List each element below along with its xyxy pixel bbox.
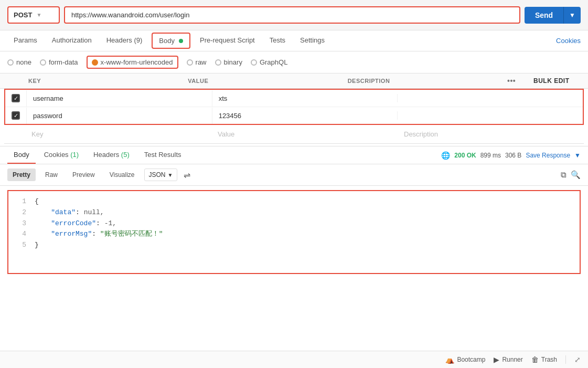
bootcamp-button[interactable]: ⛺ Bootcamp: [445, 355, 485, 364]
bootcamp-label: Bootcamp: [457, 356, 485, 363]
tab-settings[interactable]: Settings: [294, 31, 331, 50]
col-value: VALUE: [188, 78, 347, 84]
row2-key[interactable]: password: [26, 108, 212, 124]
response-tabs: Body Cookies (1) Headers (5) Test Result…: [0, 146, 588, 164]
status-ok: 200 OK: [454, 152, 476, 159]
tab-params[interactable]: Params: [7, 31, 44, 50]
row1-desc[interactable]: [397, 94, 583, 102]
none-radio[interactable]: [7, 59, 14, 66]
empty-row: Key Value Description: [4, 125, 584, 144]
url-input[interactable]: [64, 6, 520, 24]
code-line-4: 4 "errorMsg": "账号密码不匹配！": [16, 229, 572, 240]
formdata-radio[interactable]: [40, 59, 46, 66]
row2-checkbox[interactable]: [12, 111, 20, 120]
response-time: 899 ms: [480, 152, 501, 159]
row1-checkbox-cell: [5, 90, 26, 107]
table-header: KEY VALUE DESCRIPTION ••• Bulk Edit: [0, 73, 588, 89]
footer: ⛺ Bootcamp ▶ Runner 🗑 Trash ⤢: [0, 351, 588, 368]
row1-value[interactable]: xts: [212, 90, 398, 107]
footer-divider: [565, 355, 566, 364]
code-line-5: 5 }: [16, 240, 572, 251]
body-type-row: none form-data x-www-form-urlencoded raw…: [0, 51, 588, 73]
runner-label: Runner: [502, 356, 522, 363]
cookies-link[interactable]: Cookies: [556, 37, 581, 45]
language-select[interactable]: JSON ▼: [144, 169, 178, 181]
format-pretty[interactable]: Pretty: [7, 169, 36, 181]
send-button[interactable]: Send: [525, 7, 563, 24]
option-form-data[interactable]: form-data: [40, 58, 78, 66]
send-dropdown-button[interactable]: ▼: [563, 7, 581, 24]
save-response-button[interactable]: Save Response: [526, 152, 570, 159]
resp-tab-headers[interactable]: Headers (5): [87, 146, 136, 164]
urlencoded-radio[interactable]: [92, 59, 98, 66]
option-none[interactable]: none: [7, 58, 31, 66]
tab-tests[interactable]: Tests: [263, 31, 292, 50]
raw-radio[interactable]: [187, 59, 193, 66]
runner-icon: ▶: [494, 355, 499, 364]
format-preview[interactable]: Preview: [67, 169, 100, 181]
format-visualize[interactable]: Visualize: [104, 169, 140, 181]
row1-key[interactable]: username: [26, 90, 212, 107]
wrap-icon[interactable]: ⇌: [184, 170, 190, 180]
expand-icon[interactable]: ⤢: [574, 355, 581, 364]
code-line-1: 1 {: [16, 196, 572, 207]
empty-desc[interactable]: Description: [398, 127, 584, 141]
save-response-dropdown[interactable]: ▼: [574, 152, 581, 159]
lang-chevron-icon: ▼: [168, 172, 173, 178]
option-graphql[interactable]: GraphQL: [251, 58, 287, 66]
tab-headers[interactable]: Headers (9): [100, 31, 149, 50]
format-raw[interactable]: Raw: [40, 169, 63, 181]
code-line-2: 2 "data": null,: [16, 207, 572, 218]
tab-authorization[interactable]: Authorization: [46, 31, 98, 50]
resp-tab-testresults[interactable]: Test Results: [138, 146, 188, 164]
body-badge: [179, 39, 183, 43]
trash-icon: 🗑: [531, 355, 539, 364]
binary-radio[interactable]: [215, 59, 221, 66]
response-meta: 🌐 200 OK 899 ms 306 B Save Response ▼: [441, 151, 581, 160]
option-urlencoded[interactable]: x-www-form-urlencoded: [87, 56, 178, 69]
chevron-icon: ▼: [36, 12, 41, 18]
bulk-edit-button[interactable]: Bulk Edit: [533, 77, 581, 85]
graphql-radio[interactable]: [251, 59, 257, 66]
method-label: POST: [14, 11, 32, 19]
table-row: password 123456: [5, 107, 583, 124]
empty-value[interactable]: Value: [211, 127, 398, 141]
language-label: JSON: [149, 171, 166, 178]
runner-button[interactable]: ▶ Runner: [494, 355, 522, 364]
option-raw[interactable]: raw: [187, 58, 207, 66]
copy-icon[interactable]: ⧉: [561, 170, 566, 180]
code-block: 1 { 2 "data": null, 3 "errorCode": -1, 4…: [7, 190, 581, 274]
table-row: username xts: [5, 90, 583, 107]
empty-key[interactable]: Key: [25, 127, 211, 141]
code-line-3: 3 "errorCode": -1,: [16, 218, 572, 229]
request-tabs: Params Authorization Headers (9) Body Pr…: [0, 30, 588, 51]
row1-checkbox[interactable]: [12, 94, 20, 102]
method-dropdown[interactable]: POST ▼: [7, 6, 60, 24]
response-size: 306 B: [505, 152, 521, 159]
more-options-icon[interactable]: •••: [507, 77, 533, 85]
row2-value[interactable]: 123456: [212, 108, 398, 124]
resp-tab-body[interactable]: Body: [7, 146, 36, 164]
option-binary[interactable]: binary: [215, 58, 242, 66]
trash-button[interactable]: 🗑 Trash: [531, 355, 557, 364]
col-key: KEY: [28, 78, 188, 84]
tab-body[interactable]: Body: [152, 33, 190, 49]
search-icon[interactable]: 🔍: [571, 170, 581, 180]
code-toolbar: Pretty Raw Preview Visualize JSON ▼ ⇌ ⧉ …: [0, 164, 588, 186]
globe-icon: 🌐: [441, 151, 450, 160]
tab-prerequest[interactable]: Pre-request Script: [194, 31, 261, 50]
bootcamp-icon: ⛺: [445, 355, 454, 364]
trash-label: Trash: [541, 356, 557, 363]
col-description: DESCRIPTION: [348, 78, 507, 84]
row2-desc[interactable]: [397, 111, 583, 120]
row2-checkbox-cell: [5, 107, 26, 124]
resp-tab-cookies[interactable]: Cookies (1): [38, 146, 85, 164]
